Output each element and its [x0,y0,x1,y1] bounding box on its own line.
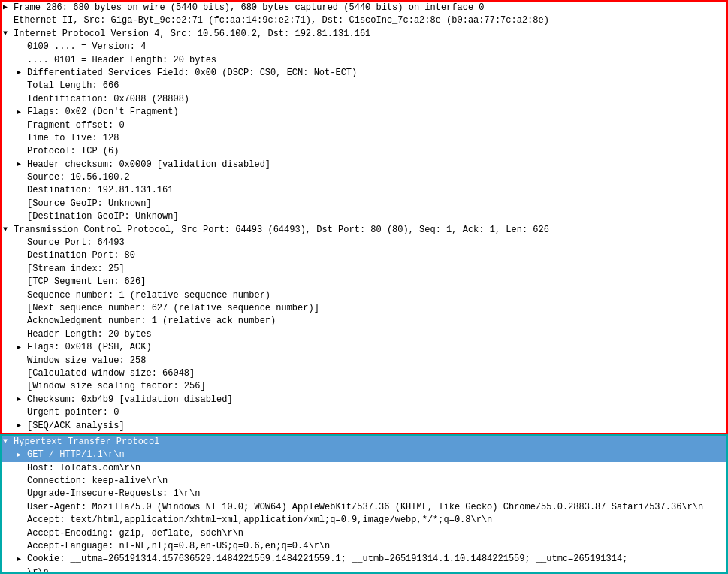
protocol-line-http-cookie[interactable]: ▶ Cookie: __utma=265191314.157636529.148… [2,553,726,566]
line-text-ethernet: Ethernet II, Src: Giga-Byt_9c:e2:71 (fc:… [14,14,549,27]
line-text-tcp: Transmission Control Protocol, Src Port:… [14,224,549,237]
protocol-line-ethernet: Ethernet II, Src: Giga-Byt_9c:e2:71 (fc:… [2,14,726,27]
protocol-line-http-get[interactable]: ▶ GET / HTTP/1.1\r\n [2,449,726,461]
protocol-line-http-ua: User-Agent: Mozilla/5.0 (Windows NT 10.0… [2,501,726,514]
protocol-line-http-accept: Accept: text/html,application/xhtml+xml,… [2,514,726,527]
line-text-http-ua: User-Agent: Mozilla/5.0 (Windows NT 10.0… [27,501,703,514]
line-text-tcp-checksum: Checksum: 0xb4b9 [validation disabled] [27,394,233,406]
protocol-line-ip-geoip-src: [Source GeoIP: Unknown] [2,198,726,210]
protocol-line-tcp-seqack[interactable]: ▶ [SEQ/ACK analysis] [2,420,726,433]
expand-arrow-ip-dsf[interactable]: ▶ [17,68,27,79]
protocol-line-tcp-nextseq: [Next sequence number: 627 (relative seq… [2,302,726,315]
line-text-http-cookie: Cookie: __utma=265191314.157636529.14842… [27,553,627,566]
line-text-tcp-urgptr: Urgent pointer: 0 [27,406,119,419]
protocol-line-ip-id: Identification: 0x7088 (28808) [2,93,726,106]
line-text-ip-id: Identification: 0x7088 (28808) [27,93,189,106]
line-text-ip: Internet Protocol Version 4, Src: 10.56.… [14,28,370,41]
line-text-ip-ttl: Time to live: 128 [27,132,119,145]
line-text-tcp-sport: Source Port: 64493 [27,237,125,249]
line-text-tcp-nextseq: [Next sequence number: 627 (relative seq… [27,302,319,315]
expand-arrow-tcp-seqack[interactable]: ▶ [17,421,27,432]
protocol-line-ip-frag: Fragment offset: 0 [2,119,726,132]
top-panel: ▶ Frame 286: 680 bytes on wire (5440 bit… [0,0,728,434]
line-text-ip-dst: Destination: 192.81.131.161 [27,184,173,197]
line-text-tcp-winscale: [Window size scaling factor: 256] [27,380,206,393]
protocol-line-ip-dsf[interactable]: ▶ Differentiated Services Field: 0x00 (D… [2,67,726,80]
line-text-ip-geoip-src: [Source GeoIP: Unknown] [27,198,152,210]
line-text-http-conn: Connection: keep-alive\r\n [27,475,168,488]
expand-arrow-tcp[interactable]: ▼ [3,225,14,236]
protocol-line-tcp-calcwin: [Calculated window size: 66048] [2,367,726,380]
line-text-tcp-ack: Acknowledgment number: 1 (relative ack n… [27,315,276,328]
protocol-line-http-conn: Connection: keep-alive\r\n [2,475,726,488]
protocol-line-tcp-ack: Acknowledgment number: 1 (relative ack n… [2,315,726,328]
protocol-line-tcp[interactable]: ▼ Transmission Control Protocol, Src Por… [2,224,726,237]
expand-arrow-ip-flags[interactable]: ▶ [17,107,27,119]
line-text-tcp-flags: Flags: 0x018 (PSH, ACK) [27,341,152,354]
protocol-line-ip-checksum[interactable]: ▶ Header checksum: 0x0000 [validation di… [2,159,726,171]
line-text-ip-totlen: Total Length: 666 [27,80,119,92]
protocol-line-tcp-sport: Source Port: 64493 [2,237,726,249]
expand-arrow-frame[interactable]: ▶ [3,2,14,14]
line-text-tcp-hdrlen: Header Length: 20 bytes [27,328,152,341]
expand-arrow-http-get[interactable]: ▶ [17,450,27,461]
expand-arrow-http-header[interactable]: ▼ [3,437,14,448]
line-text-ip-frag: Fragment offset: 0 [27,119,125,132]
line-text-http-accept-lang: Accept-Language: nl-NL,nl;q=0.8,en-US;q=… [27,540,330,553]
protocol-line-tcp-win: Window size value: 258 [2,355,726,367]
line-text-tcp-dport: Destination Port: 80 [27,249,135,262]
protocol-line-ip-src: Source: 10.56.100.2 [2,171,726,184]
expand-arrow-http-cookie[interactable]: ▶ [17,554,27,566]
line-text-http-accept-enc: Accept-Encoding: gzip, deflate, sdch\r\n [27,527,243,540]
protocol-line-http-header[interactable]: ▼ Hypertext Transfer Protocol [2,436,726,449]
protocol-line-http-accept-enc: Accept-Encoding: gzip, deflate, sdch\r\n [2,527,726,540]
protocol-line-ip-proto: Protocol: TCP (6) [2,145,726,158]
protocol-line-tcp-checksum[interactable]: ▶ Checksum: 0xb4b9 [validation disabled] [2,394,726,406]
line-text-tcp-win: Window size value: 258 [27,355,146,367]
protocol-line-tcp-seq: Sequence number: 1 (relative sequence nu… [2,289,726,302]
line-text-ip-dsf: Differentiated Services Field: 0x00 (DSC… [27,67,357,80]
line-text-ip-src: Source: 10.56.100.2 [27,171,130,184]
protocol-line-http-accept-lang: Accept-Language: nl-NL,nl;q=0.8,en-US;q=… [2,540,726,553]
expand-arrow-tcp-checksum[interactable]: ▶ [17,394,27,406]
expand-arrow-tcp-flags[interactable]: ▶ [17,343,27,354]
protocol-line-ip-dst: Destination: 192.81.131.161 [2,184,726,197]
line-text-http-get: GET / HTTP/1.1\r\n [27,449,125,461]
line-text-tcp-seqack: [SEQ/ACK analysis] [27,420,125,433]
protocol-line-ip-totlen: Total Length: 666 [2,80,726,92]
protocol-line-ip-ttl: Time to live: 128 [2,132,726,145]
expand-arrow-ip-checksum[interactable]: ▶ [17,159,27,171]
line-text-http-upgrade: Upgrade-Insecure-Requests: 1\r\n [27,488,200,500]
protocol-line-http-crlf: \r\n [2,566,726,574]
line-text-ip-flags: Flags: 0x02 (Don't Fragment) [27,106,179,119]
protocol-line-tcp-seglen: [TCP Segment Len: 626] [2,276,726,289]
main-container: ▶ Frame 286: 680 bytes on wire (5440 bit… [0,0,728,574]
line-text-tcp-calcwin: [Calculated window size: 66048] [27,367,195,380]
protocol-line-ip-flags[interactable]: ▶ Flags: 0x02 (Don't Fragment) [2,106,726,119]
protocol-line-ip-geoip-dst: [Destination GeoIP: Unknown] [2,210,726,223]
line-text-tcp-seglen: [TCP Segment Len: 626] [27,276,146,289]
line-text-http-crlf: \r\n [27,566,49,574]
line-text-tcp-stream: [Stream index: 25] [27,263,125,276]
protocol-line-frame[interactable]: ▶ Frame 286: 680 bytes on wire (5440 bit… [2,2,726,14]
line-text-tcp-seq: Sequence number: 1 (relative sequence nu… [27,289,270,302]
line-text-ip-geoip-dst: [Destination GeoIP: Unknown] [27,210,179,223]
protocol-line-tcp-hdrlen: Header Length: 20 bytes [2,328,726,341]
bottom-panel: ▼ Hypertext Transfer Protocol▶ GET / HTT… [0,434,728,574]
protocol-line-ip-ihl: .... 0101 = Header Length: 20 bytes [2,54,726,67]
protocol-line-ip[interactable]: ▼ Internet Protocol Version 4, Src: 10.5… [2,28,726,41]
line-text-http-accept: Accept: text/html,application/xhtml+xml,… [27,514,492,527]
line-text-ip-checksum: Header checksum: 0x0000 [validation disa… [27,159,270,171]
protocol-line-ip-version: 0100 .... = Version: 4 [2,41,726,53]
line-text-ip-ihl: .... 0101 = Header Length: 20 bytes [27,54,216,67]
protocol-line-tcp-flags[interactable]: ▶ Flags: 0x018 (PSH, ACK) [2,341,726,354]
protocol-line-http-host: Host: lolcats.com\r\n [2,462,726,475]
protocol-line-tcp-urgptr: Urgent pointer: 0 [2,406,726,419]
expand-arrow-ip[interactable]: ▼ [3,29,14,40]
line-text-frame: Frame 286: 680 bytes on wire (5440 bits)… [14,2,485,14]
protocol-line-tcp-winscale: [Window size scaling factor: 256] [2,380,726,393]
protocol-line-http-upgrade: Upgrade-Insecure-Requests: 1\r\n [2,488,726,500]
line-text-http-header: Hypertext Transfer Protocol [14,436,159,449]
line-text-ip-proto: Protocol: TCP (6) [27,145,119,158]
protocol-line-tcp-stream: [Stream index: 25] [2,263,726,276]
